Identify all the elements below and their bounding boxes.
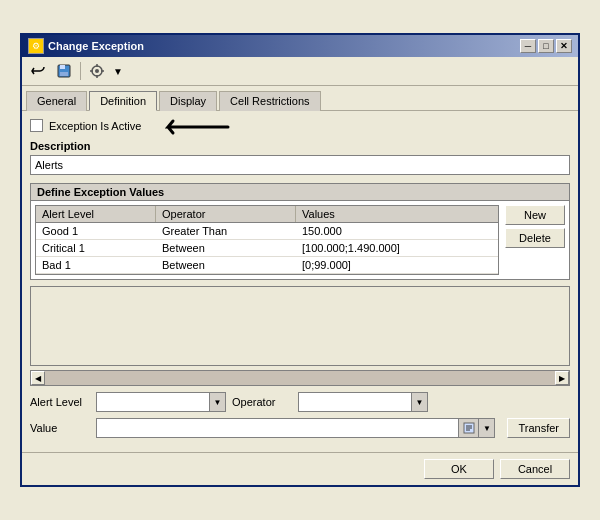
save-button[interactable] — [52, 60, 76, 82]
scroll-right-button[interactable]: ▶ — [555, 371, 569, 385]
col-operator: Operator — [156, 206, 296, 222]
scroll-left-button[interactable]: ◀ — [31, 371, 45, 385]
alert-level-combo[interactable]: ▼ — [96, 392, 226, 412]
svg-point-4 — [95, 69, 99, 73]
operator-field-label: Operator — [232, 396, 292, 408]
value-transfer-row: Value ▼ Transfer — [30, 418, 570, 438]
define-body: Alert Level Operator Values Good 1 Great… — [31, 201, 569, 279]
tools-button[interactable] — [85, 60, 109, 82]
minimize-button[interactable]: ─ — [520, 39, 536, 53]
table-row[interactable]: Bad 1 Between [0;99.000] — [36, 257, 498, 274]
tab-general[interactable]: General — [26, 91, 87, 111]
exception-active-checkbox[interactable] — [30, 119, 43, 132]
alert-level-field-label: Alert Level — [30, 396, 90, 408]
undo-button[interactable] — [26, 60, 50, 82]
cell-alert-level-1: Critical 1 — [36, 240, 156, 256]
exception-table: Alert Level Operator Values Good 1 Great… — [35, 205, 499, 275]
description-input[interactable] — [30, 155, 570, 175]
cell-values-0: 150.000 — [296, 223, 498, 239]
cell-operator-1: Between — [156, 240, 296, 256]
arrow-annotation — [138, 113, 238, 141]
cell-operator-0: Greater Than — [156, 223, 296, 239]
ok-button[interactable]: OK — [424, 459, 494, 479]
value-field[interactable]: ▼ — [96, 418, 495, 438]
transfer-button[interactable]: Transfer — [507, 418, 570, 438]
tab-cell-restrictions[interactable]: Cell Restrictions — [219, 91, 320, 111]
value-field-label: Value — [30, 422, 90, 434]
tab-content: Exception Is Active Description Define E… — [22, 111, 578, 452]
table-row[interactable]: Good 1 Greater Than 150.000 — [36, 223, 498, 240]
empty-scroll-area — [30, 286, 570, 366]
tab-display[interactable]: Display — [159, 91, 217, 111]
footer: OK Cancel — [22, 452, 578, 485]
operator-combo-arrow[interactable]: ▼ — [411, 393, 427, 411]
restore-button[interactable]: □ — [538, 39, 554, 53]
bottom-fields: Alert Level ▼ Operator ▼ — [30, 392, 570, 412]
toolbar: ▼ — [22, 57, 578, 86]
value-field-icon[interactable] — [458, 419, 478, 437]
define-section: Define Exception Values Alert Level Oper… — [30, 183, 570, 280]
window-title: Change Exception — [48, 40, 144, 52]
cell-alert-level-0: Good 1 — [36, 223, 156, 239]
cell-operator-2: Between — [156, 257, 296, 273]
cell-values-1: [100.000;1.490.000] — [296, 240, 498, 256]
define-section-title: Define Exception Values — [31, 184, 569, 201]
cell-alert-level-2: Bad 1 — [36, 257, 156, 273]
window-icon: ⚙ — [28, 38, 44, 54]
description-label: Description — [30, 140, 570, 152]
scroll-track[interactable] — [45, 371, 555, 385]
delete-button[interactable]: Delete — [505, 228, 565, 248]
exception-active-label: Exception Is Active — [49, 120, 141, 132]
svg-rect-1 — [60, 65, 65, 69]
change-exception-window: ⚙ Change Exception ─ □ ✕ — [20, 33, 580, 487]
tab-definition[interactable]: Definition — [89, 91, 157, 111]
close-button[interactable]: ✕ — [556, 39, 572, 53]
col-alert-level: Alert Level — [36, 206, 156, 222]
value-field-dropdown-arrow[interactable]: ▼ — [478, 419, 494, 437]
cancel-button[interactable]: Cancel — [500, 459, 570, 479]
side-buttons: New Delete — [505, 205, 565, 275]
cell-values-2: [0;99.000] — [296, 257, 498, 273]
new-button[interactable]: New — [505, 205, 565, 225]
toolbar-separator — [80, 62, 81, 80]
alert-level-combo-arrow[interactable]: ▼ — [209, 393, 225, 411]
operator-combo[interactable]: ▼ — [298, 392, 428, 412]
table-header: Alert Level Operator Values — [36, 206, 498, 223]
exception-active-row: Exception Is Active — [30, 119, 570, 132]
svg-rect-2 — [60, 72, 68, 76]
horizontal-scrollbar[interactable]: ◀ ▶ — [30, 370, 570, 386]
table-row[interactable]: Critical 1 Between [100.000;1.490.000] — [36, 240, 498, 257]
tools-dropdown-arrow[interactable]: ▼ — [113, 66, 123, 77]
title-bar: ⚙ Change Exception ─ □ ✕ — [22, 35, 578, 57]
col-values: Values — [296, 206, 498, 222]
tab-bar: General Definition Display Cell Restrict… — [22, 86, 578, 111]
